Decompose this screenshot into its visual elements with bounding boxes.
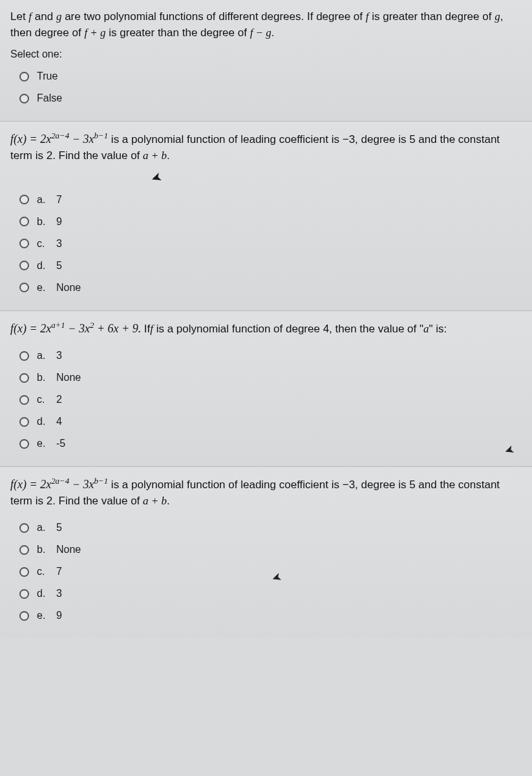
option-c[interactable]: c.2 xyxy=(10,389,522,411)
option-d[interactable]: d.5 xyxy=(10,255,522,277)
radio-icon[interactable] xyxy=(19,283,29,292)
option-false[interactable]: False xyxy=(10,87,522,109)
option-letter: b. xyxy=(37,216,48,228)
radio-icon[interactable] xyxy=(19,417,29,427)
exponent-1: 2a−4 xyxy=(51,131,69,140)
radio-icon[interactable] xyxy=(19,523,29,533)
option-label: 3 xyxy=(56,350,62,361)
radio-icon[interactable] xyxy=(19,94,29,103)
formula-lhs: f(x) = 2x xyxy=(10,322,51,335)
formula-lhs: f(x) = 2x xyxy=(10,478,51,491)
formula-mid1: − 3x xyxy=(65,322,90,335)
option-letter: d. xyxy=(37,260,48,272)
option-e[interactable]: e.-5 xyxy=(10,433,522,455)
question-1-options: True False xyxy=(10,65,522,109)
option-label: 9 xyxy=(56,610,62,621)
option-label: 5 xyxy=(56,260,62,272)
option-letter: a. xyxy=(37,522,48,534)
option-letter: a. xyxy=(37,350,48,361)
select-one-label: Select one: xyxy=(10,48,522,60)
option-letter: d. xyxy=(37,588,48,599)
option-letter: e. xyxy=(37,610,48,621)
text: . xyxy=(167,149,170,162)
option-a[interactable]: a.5 xyxy=(10,517,522,539)
text: . xyxy=(167,495,170,507)
radio-icon[interactable] xyxy=(19,72,29,81)
formula-mid: − 3x xyxy=(69,478,94,491)
formula: f(x) = 2x2a−4 − 3xb−1 xyxy=(10,133,108,146)
formula: f(x) = 2x2a−4 − 3xb−1 xyxy=(10,478,108,491)
option-label: True xyxy=(37,70,58,82)
exponent-2: b−1 xyxy=(94,476,108,486)
radio-icon[interactable] xyxy=(19,589,29,599)
expr-ab: a + b xyxy=(143,495,167,507)
text: is greater than the degree of xyxy=(106,27,250,39)
option-b[interactable]: b.9 xyxy=(10,211,522,233)
option-label: 7 xyxy=(56,194,62,206)
text: are two polynomial functions of differen… xyxy=(61,10,365,23)
option-b[interactable]: b.None xyxy=(10,539,522,561)
var-g: g xyxy=(495,10,500,23)
option-label: None xyxy=(56,372,81,383)
text: " is: xyxy=(429,323,447,335)
expr-sum: f + g xyxy=(84,27,105,39)
question-1: Let f and g are two polynomial functions… xyxy=(0,0,532,122)
option-label: None xyxy=(56,282,81,294)
question-4: f(x) = 2x2a−4 − 3xb−1 is a polynomial fu… xyxy=(0,467,532,638)
cursor-decoration: ➤ xyxy=(0,169,522,185)
option-c[interactable]: c.7 xyxy=(10,561,522,583)
radio-icon[interactable] xyxy=(19,439,29,449)
option-letter: c. xyxy=(37,238,48,250)
option-letter: c. xyxy=(37,566,48,577)
radio-icon[interactable] xyxy=(19,567,29,577)
exponent-1: a+1 xyxy=(51,320,65,330)
radio-icon[interactable] xyxy=(19,239,29,248)
option-label: None xyxy=(56,544,81,555)
text: is a polynomial function of degree 4, th… xyxy=(153,323,423,335)
formula-lhs: f(x) = 2x xyxy=(10,133,51,146)
expr-ab: a + b xyxy=(143,149,167,162)
option-label: -5 xyxy=(56,438,65,449)
radio-icon[interactable] xyxy=(19,545,29,555)
question-2-options: a.7 b.9 c.3 d.5 e.None xyxy=(10,189,522,299)
question-4-text: f(x) = 2x2a−4 − 3xb−1 is a polynomial fu… xyxy=(10,476,522,509)
option-label: 3 xyxy=(56,238,62,250)
option-label: 7 xyxy=(56,566,62,577)
option-e[interactable]: e.None xyxy=(10,277,522,299)
option-letter: b. xyxy=(37,372,48,383)
option-letter: c. xyxy=(37,394,48,405)
option-a[interactable]: a.7 xyxy=(10,189,522,211)
question-3-text: f(x) = 2xa+1 − 3x2 + 6x + 9. Iff is a po… xyxy=(10,320,522,338)
option-label: 2 xyxy=(56,394,62,405)
option-label: 3 xyxy=(56,588,62,599)
option-true[interactable]: True xyxy=(10,65,522,87)
option-letter: e. xyxy=(37,438,48,449)
question-2: f(x) = 2x2a−4 − 3xb−1 is a polynomial fu… xyxy=(0,122,532,310)
radio-icon[interactable] xyxy=(19,217,29,226)
option-label: 4 xyxy=(56,416,62,427)
exponent-2: b−1 xyxy=(94,131,108,140)
exponent-1: 2a−4 xyxy=(51,476,69,486)
radio-icon[interactable] xyxy=(19,195,29,204)
radio-icon[interactable] xyxy=(19,373,29,383)
option-d[interactable]: d.4 xyxy=(10,411,522,433)
option-c[interactable]: c.3 xyxy=(10,233,522,255)
text: . xyxy=(271,27,275,39)
option-a[interactable]: a.3 xyxy=(10,345,522,367)
question-3-options: a.3 b.None c.2 d.4 e.-5 xyxy=(10,345,522,455)
text: If xyxy=(144,323,150,335)
question-1-text: Let f and g are two polynomial functions… xyxy=(10,9,522,41)
option-e[interactable]: e.9 xyxy=(10,605,522,627)
option-b[interactable]: b.None xyxy=(10,367,522,389)
radio-icon[interactable] xyxy=(19,261,29,270)
radio-icon[interactable] xyxy=(19,611,29,621)
formula-mid2: + 6x + 9. xyxy=(94,322,144,335)
text: Let xyxy=(10,10,28,23)
formula: f(x) = 2xa+1 − 3x2 + 6x + 9. xyxy=(10,322,144,335)
radio-icon[interactable] xyxy=(19,395,29,405)
option-letter: e. xyxy=(37,282,48,294)
var-a: a xyxy=(423,323,429,335)
radio-icon[interactable] xyxy=(19,351,29,361)
question-2-text: f(x) = 2x2a−4 − 3xb−1 is a polynomial fu… xyxy=(10,131,522,164)
option-d[interactable]: d.3 xyxy=(10,583,522,605)
